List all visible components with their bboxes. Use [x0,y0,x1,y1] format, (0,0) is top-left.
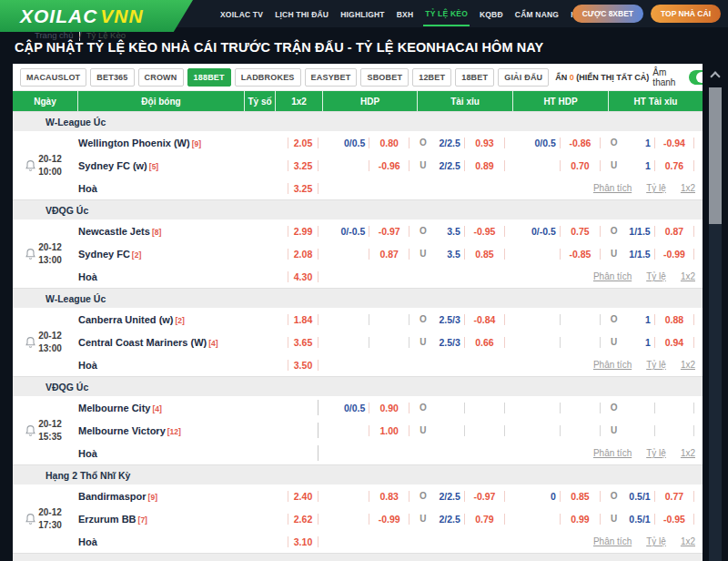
team-rank: [8] [152,228,161,237]
team-rank: [5] [149,162,158,171]
match-action-link[interactable]: Phân tích [593,183,632,193]
bell-icon[interactable] [25,159,36,172]
match-action-link[interactable]: 1x2 [681,360,695,370]
match-action-link[interactable]: Phân tích [593,360,632,370]
bookmaker-tab[interactable]: EASYBET [305,68,358,87]
match-action-link[interactable]: Tỷ lệ [646,360,666,370]
divider [560,314,561,325]
divider [288,360,288,371]
divider [560,514,561,525]
ht-overunder-line: 1/1.5 [619,249,650,260]
team-name[interactable]: Sydney FC (w) [78,160,147,171]
bookmaker-tab[interactable]: SBOBET [360,68,409,87]
divider [318,514,318,525]
match-action-link[interactable]: Tỷ lệ [646,183,666,193]
nav-item[interactable]: LỊCH THI ĐẤU [273,2,330,26]
team-name[interactable]: Hoà [78,448,97,459]
team-name[interactable]: Canberra United (w) [78,314,174,325]
overunder-odds: 0.66 [469,337,500,348]
top-bookmakers-button[interactable]: TOP NHÀ CÁI [651,5,721,23]
team-name[interactable]: Central Coast Mariners (W) [78,337,207,348]
overunder-letter: U [609,249,619,259]
divider [409,160,410,171]
site-logo[interactable]: XOILAC VNN [0,0,193,32]
nav-item[interactable]: KQBĐ [478,2,505,26]
match-action-link[interactable]: 1x2 [681,448,695,458]
team-name[interactable]: Hoà [78,360,97,371]
team-name[interactable]: Erzurum BB [78,514,136,525]
scrollbar[interactable] [703,64,728,561]
team-name[interactable]: Hoà [78,536,97,547]
nav-item-active[interactable]: TỶ LỆ KÈO [423,1,470,26]
bell-icon[interactable] [25,513,36,525]
bookmaker-tab[interactable]: 18BET [455,68,494,87]
ht-overunder-line: 1/1.5 [619,226,650,237]
nav-item[interactable]: HIGHLIGHT [339,2,387,26]
nav-item[interactable]: XOILAC TV [218,2,265,26]
ht-overunder-odds: 0.94 [659,337,690,348]
ht-hdp-line: 0 [524,491,556,502]
team-rank: [9] [148,493,157,502]
team-name[interactable]: Melbourne City [78,403,150,413]
match-action-link[interactable]: 1x2 [681,271,695,281]
match-action-link[interactable]: 1x2 [681,536,695,546]
team-name[interactable]: Melbourne Victory [78,425,166,436]
odds-hdp-cell [323,177,418,199]
team-cell: Newcastle Jets [8] [78,219,245,242]
bet-8xbet-button[interactable]: CƯỢC 8XBET [572,5,643,23]
match-date-cell: 20-12 15:35 [13,396,78,464]
page-title: CẬP NHẬT TỶ LỆ KÈO NHÀ CÁI TRƯỚC TRẬN ĐẤ… [15,40,701,55]
overunder-letter: U [609,337,619,347]
scrollbar-thumb[interactable] [709,87,722,224]
bookmaker-tab[interactable]: 12BET [412,68,451,87]
match-action-link[interactable]: Tỷ lệ [646,271,666,281]
divider [318,183,318,194]
odds-ht-overunder-cell: O 1 -0.94 [609,131,703,154]
match-action-link[interactable]: Phân tích [593,536,632,546]
match-links: Phân tíchTỷ lệ1x2 [593,353,695,376]
match-action-link[interactable]: Tỷ lệ [646,536,666,546]
match-action-link[interactable]: 1x2 [681,183,695,193]
scrollbar-up-arrow-icon[interactable] [710,71,720,81]
team-name[interactable]: Hoà [78,183,97,194]
team-cell: Erzurum BB [7] [78,507,245,530]
ht-overunder-odds: -0.99 [659,249,690,260]
odds-hdp-cell: 0.83 [323,484,418,507]
divider [318,160,318,171]
scrollbar-track[interactable] [709,87,722,561]
odds-hdp-cell: 0/0.5 0.80 [323,131,418,154]
match-action-link[interactable]: Phân tích [593,271,632,281]
odds-hdp-cell [323,265,418,288]
nav-item[interactable]: BXH [395,2,416,26]
team-rank: [12] [167,427,181,436]
overunder-letter: O [609,226,619,236]
tournament-tab[interactable]: GIẢI ĐẤU [498,68,549,87]
team-name[interactable]: Hoà [78,271,97,282]
bell-icon[interactable] [25,336,36,349]
divider [369,160,369,171]
odds-ht-overunder-cell: U 1 0.94 [609,331,703,353]
bookmaker-tab[interactable]: MACAUSLOT [20,68,86,87]
sound-toggle[interactable] [689,70,703,85]
odds-hdp-cell [323,353,418,376]
ht-overunder-odds: 0.88 [659,314,690,325]
overunder-letter: U [418,337,429,347]
logo-text-xoilac: XOILAC [20,5,97,27]
bookmaker-tab[interactable]: CROWN [138,68,184,87]
team-name[interactable]: Bandirmaspor [78,491,147,502]
match-action-link[interactable]: Phân tích [593,448,632,458]
bookmaker-tab[interactable]: LADBROKES [235,68,301,87]
hidden-matches-toggle[interactable]: ẨN 0 (HIỂN THỊ TẤT CẢ) [555,73,649,82]
nav-item[interactable]: CẨM NANG [513,2,561,26]
team-name[interactable]: Sydney FC [78,249,130,260]
bell-icon[interactable] [25,424,36,437]
team-name[interactable]: Wellington Phoenix (W) [78,138,190,148]
league-header: VĐQG Úc [13,199,703,219]
divider [600,425,601,436]
bell-icon[interactable] [25,248,36,260]
team-name[interactable]: Newcastle Jets [78,226,150,237]
score-cell [245,484,276,507]
bookmaker-tab-active[interactable]: 188BET [187,68,231,87]
match-action-link[interactable]: Tỷ lệ [646,448,666,458]
bookmaker-tab[interactable]: BET365 [90,68,134,87]
